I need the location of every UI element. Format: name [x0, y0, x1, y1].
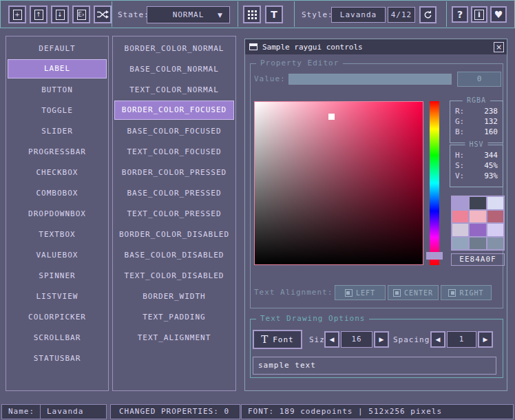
properties-list-item[interactable]: TEXT_ALIGNMENT	[114, 327, 234, 348]
color-swatch[interactable]	[470, 197, 485, 209]
color-swatch[interactable]	[470, 211, 485, 223]
toolbar: + ↑ ↓ E› State: NORMAL ▼ T Style: Lavand…	[0, 0, 515, 28]
h-value: 344	[484, 150, 498, 160]
reload-icon	[423, 10, 433, 20]
properties-list-item[interactable]: BASE_COLOR_FOCUSED	[114, 120, 234, 141]
spacing-value-box[interactable]: 1	[447, 331, 476, 348]
hsv-title: HSV	[465, 140, 487, 148]
b-value: 160	[484, 127, 498, 137]
state-dropdown[interactable]: NORMAL ▼	[147, 6, 230, 23]
hex-input[interactable]: EE84A0F	[451, 253, 505, 266]
style-name-box[interactable]: Lavanda	[331, 7, 386, 23]
chevron-down-icon: ▼	[218, 12, 223, 19]
controls-list-item[interactable]: LISTVIEW	[8, 286, 107, 306]
color-swatch[interactable]	[487, 197, 503, 209]
color-swatch[interactable]	[487, 211, 503, 223]
align-center-icon	[393, 289, 401, 297]
color-swatch[interactable]	[470, 238, 485, 250]
color-swatch[interactable]	[452, 197, 468, 209]
color-swatch[interactable]	[487, 224, 503, 236]
spacing-label: Spacing:	[393, 335, 435, 344]
properties-list-item[interactable]: BASE_COLOR_NORMAL	[114, 59, 234, 79]
color-swatch[interactable]	[452, 211, 468, 223]
properties-list-item[interactable]: BASE_COLOR_PRESSED	[114, 182, 234, 203]
export-file-button[interactable]: E›	[72, 6, 90, 23]
arrow-right-icon: ▶	[379, 336, 384, 343]
controls-list-item[interactable]: SPINNER	[8, 265, 107, 286]
spacing-increment-button[interactable]: ▶	[478, 331, 493, 348]
size-increment-button[interactable]: ▶	[374, 331, 389, 348]
properties-list-item[interactable]: BORDER_COLOR_NORMAL	[114, 38, 234, 59]
s-label: S:	[455, 160, 464, 171]
r-value: 238	[484, 106, 498, 116]
v-value: 93%	[484, 171, 498, 181]
color-swatch[interactable]	[470, 224, 485, 236]
open-file-button[interactable]: ↑	[30, 6, 48, 23]
properties-list-item[interactable]: TEXT_COLOR_NORMAL	[114, 79, 234, 100]
properties-list-item[interactable]: BORDER_COLOR_PRESSED	[114, 162, 234, 182]
controls-list-item[interactable]: COMBOBOX	[8, 182, 107, 203]
state-label: State:	[118, 10, 149, 19]
font-button[interactable]: T Font	[253, 330, 302, 349]
window-titlebar[interactable]: Sample raygui controls	[245, 39, 507, 54]
value-slider[interactable]	[288, 74, 452, 85]
controls-list-item[interactable]: TEXTBOX	[8, 224, 107, 244]
style-table-button[interactable]	[243, 6, 261, 23]
size-decrement-button[interactable]: ◀	[324, 331, 339, 348]
sample-text-input[interactable]: sample text	[253, 357, 496, 375]
reload-style-button[interactable]	[419, 6, 437, 23]
arrow-left-icon: ◀	[330, 336, 335, 343]
properties-list-item[interactable]: BORDER_COLOR_FOCUSED	[114, 101, 234, 120]
picker-cursor[interactable]	[328, 114, 335, 120]
controls-list-item[interactable]: DROPDOWNBOX	[8, 203, 107, 224]
close-button[interactable]: ×	[494, 42, 504, 52]
controls-list-item[interactable]: STATUSBAR	[8, 348, 107, 368]
properties-list-item[interactable]: TEXT_COLOR_PRESSED	[114, 203, 234, 224]
color-swatch[interactable]	[487, 238, 503, 250]
properties-list-item[interactable]: TEXT_COLOR_DISABLED	[114, 265, 234, 286]
properties-list-item[interactable]: BORDER_COLOR_DISABLED	[114, 224, 234, 244]
properties-list-item[interactable]: BASE_COLOR_DISABLED	[114, 244, 234, 265]
hue-slider[interactable]	[430, 101, 439, 265]
shuffle-icon	[96, 10, 109, 19]
randomize-style-button[interactable]	[94, 6, 112, 23]
new-file-button[interactable]: +	[8, 6, 26, 23]
spacing-decrement-button[interactable]: ◀	[430, 331, 445, 348]
font-button-label: Font	[273, 335, 294, 344]
controls-list-item[interactable]: SLIDER	[8, 120, 107, 141]
size-value-box[interactable]: 16	[341, 331, 372, 348]
properties-list-item[interactable]: TEXT_COLOR_FOCUSED	[114, 141, 234, 162]
properties-list-item[interactable]: TEXT_PADDING	[114, 306, 234, 327]
r-label: R:	[455, 106, 464, 116]
heart-icon: ♥	[494, 9, 503, 20]
hsv-row: H: 344	[450, 150, 503, 160]
controls-list-item[interactable]: DEFAULT	[8, 38, 107, 59]
toolbar-divider	[112, 1, 112, 27]
saturation-value-picker[interactable]	[254, 101, 423, 265]
about-button[interactable]: i	[471, 6, 487, 23]
align-center-label: CENTER	[404, 289, 433, 297]
align-right-button[interactable]: RIGHT	[441, 285, 492, 300]
align-center-button[interactable]: CENTER	[388, 285, 439, 300]
controls-list-item[interactable]: COLORPICKER	[8, 306, 107, 327]
controls-list-item[interactable]: PROGRESSBAR	[8, 141, 107, 162]
font-tool-button[interactable]: T	[265, 6, 283, 23]
controls-list-item[interactable]: VALUEBOX	[8, 244, 107, 265]
controls-list-item[interactable]: LABEL	[8, 59, 107, 78]
properties-list-item[interactable]: BORDER_WIDTH	[114, 286, 234, 306]
controls-list-item[interactable]: BUTTON	[8, 79, 107, 100]
sponsor-button[interactable]: ♥	[490, 6, 507, 23]
align-right-label: RIGHT	[459, 289, 483, 297]
help-button[interactable]: ?	[452, 6, 468, 23]
value-box[interactable]: 0	[457, 72, 501, 87]
color-swatch[interactable]	[452, 238, 468, 250]
hue-handle[interactable]	[426, 252, 443, 260]
color-swatch[interactable]	[452, 224, 468, 236]
align-left-button[interactable]: LEFT	[335, 285, 386, 300]
controls-list-item[interactable]: TOGGLE	[8, 100, 107, 120]
controls-list-item[interactable]: CHECKBOX	[8, 162, 107, 182]
save-file-button[interactable]: ↓	[51, 6, 69, 23]
style-label: Style:	[302, 10, 333, 19]
controls-list-item[interactable]: SCROLLBAR	[8, 327, 107, 348]
arrow-left-icon: ◀	[436, 336, 441, 343]
